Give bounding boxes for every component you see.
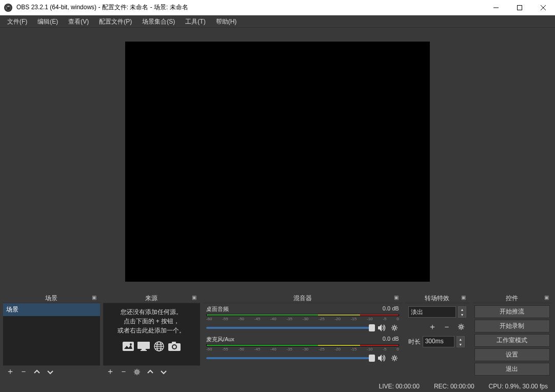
- controls-panel: 控件▣ 开始推流 开始录制 工作室模式 设置 退出: [472, 293, 552, 378]
- menubar: 文件(F) 编辑(E) 查看(V) 配置文件(P) 场景集合(S) 工具(T) …: [0, 15, 555, 28]
- monitor-icon: [137, 340, 150, 352]
- move-down-button[interactable]: [158, 367, 169, 377]
- remove-transition-button[interactable]: －: [442, 322, 452, 332]
- window-title: OBS 23.2.1 (64-bit, windows) - 配置文件: 未命名…: [16, 3, 484, 12]
- status-rec: REC: 00:00:00: [434, 383, 474, 390]
- status-live: LIVE: 00:00:00: [379, 383, 419, 390]
- minimize-button[interactable]: [484, 0, 508, 15]
- menu-scene-collection[interactable]: 场景集合(S): [137, 15, 180, 28]
- svg-rect-8: [142, 349, 146, 350]
- add-transition-button[interactable]: ＋: [427, 322, 438, 332]
- volume-slider[interactable]: [206, 357, 374, 359]
- volume-slider[interactable]: [206, 327, 374, 329]
- audio-meter: [206, 314, 399, 316]
- dock-button[interactable]: ▣: [393, 294, 400, 301]
- svg-rect-5: [123, 342, 134, 351]
- start-streaming-button[interactable]: 开始推流: [474, 305, 550, 318]
- svg-rect-2: [518, 5, 522, 10]
- duration-spinner[interactable]: ▲▼: [457, 336, 465, 347]
- globe-icon: [152, 340, 166, 352]
- speaker-icon[interactable]: [378, 354, 387, 363]
- add-source-button[interactable]: ＋: [105, 367, 115, 377]
- svg-point-20: [460, 326, 462, 328]
- menu-edit[interactable]: 编辑(E): [32, 15, 63, 28]
- menu-profile[interactable]: 配置文件(P): [94, 15, 137, 28]
- menu-help[interactable]: 帮助(H): [211, 15, 242, 28]
- speaker-icon[interactable]: [378, 323, 387, 332]
- start-recording-button[interactable]: 开始录制: [474, 320, 550, 332]
- transitions-panel: 转场特效▣ 淡出 ▲▼ ＋ － 时长 300ms ▲▼: [405, 293, 469, 378]
- duration-input[interactable]: 300ms: [423, 336, 454, 347]
- close-button[interactable]: [531, 0, 555, 15]
- svg-point-17: [135, 370, 138, 373]
- transition-properties-button[interactable]: [456, 322, 466, 332]
- meter-ticks: -60-55-50-45-40-35-30-25-20-15-10-50: [206, 317, 399, 321]
- transitions-header: 转场特效▣: [405, 293, 469, 303]
- studio-mode-button[interactable]: 工作室模式: [474, 334, 550, 347]
- audio-meter: [206, 344, 399, 346]
- menu-tools[interactable]: 工具(T): [180, 15, 210, 28]
- obs-logo-icon: [4, 4, 12, 12]
- exit-button[interactable]: 退出: [474, 363, 550, 376]
- preview-canvas[interactable]: [125, 42, 430, 282]
- sources-empty-text: 您还没有添加任何源。 点击下面的 + 按钮， 或者右击此处添加一个。: [103, 303, 200, 338]
- channel-name: 桌面音频: [206, 305, 229, 313]
- transition-select[interactable]: 淡出: [408, 306, 456, 318]
- mixer-header: 混音器▣: [203, 293, 402, 303]
- gear-icon[interactable]: [390, 323, 399, 332]
- dock-button[interactable]: ▣: [191, 294, 198, 301]
- dock-button[interactable]: ▣: [543, 294, 550, 301]
- menu-file[interactable]: 文件(F): [2, 15, 32, 28]
- channel-level: 0.0 dB: [383, 305, 399, 313]
- sources-header: 来源▣: [103, 293, 200, 303]
- remove-scene-button[interactable]: －: [18, 367, 29, 377]
- move-up-button[interactable]: [145, 367, 155, 377]
- mixer-panel: 混音器▣ 桌面音频0.0 dB -60-55-50-45-40-35-30-25…: [203, 293, 402, 378]
- transition-spinner[interactable]: ▲▼: [458, 306, 466, 318]
- dock-button[interactable]: ▣: [460, 294, 467, 301]
- menu-view[interactable]: 查看(V): [63, 15, 94, 28]
- statusbar: LIVE: 00:00:00 REC: 00:00:00 CPU: 0.9%, …: [0, 381, 555, 392]
- duration-label: 时长: [408, 338, 421, 346]
- source-properties-button[interactable]: [132, 367, 142, 377]
- settings-button[interactable]: 设置: [474, 348, 550, 361]
- gear-icon[interactable]: [390, 354, 399, 363]
- scenes-header: 场景▣: [3, 293, 100, 303]
- svg-rect-9: [141, 350, 147, 351]
- remove-source-button[interactable]: －: [118, 367, 129, 377]
- svg-rect-14: [172, 342, 176, 344]
- image-icon: [122, 340, 135, 352]
- move-down-button[interactable]: [45, 367, 55, 377]
- channel-level: 0.0 dB: [383, 336, 399, 343]
- svg-point-19: [393, 357, 395, 360]
- svg-point-16: [173, 345, 176, 348]
- controls-header: 控件▣: [472, 293, 552, 303]
- svg-rect-7: [137, 342, 150, 349]
- channel-name: 麦克风/Aux: [206, 336, 234, 343]
- svg-point-6: [130, 343, 132, 345]
- sources-panel: 来源▣ 您还没有添加任何源。 点击下面的 + 按钮， 或者右击此处添加一个。 ＋…: [103, 293, 200, 378]
- preview-area: [0, 28, 555, 293]
- dock-button[interactable]: ▣: [91, 294, 98, 301]
- move-up-button[interactable]: [32, 367, 42, 377]
- mixer-channel: 麦克风/Aux0.0 dB -60-55-50-45-40-35-30-25-2…: [206, 336, 399, 363]
- svg-point-18: [393, 327, 395, 329]
- add-scene-button[interactable]: ＋: [5, 367, 15, 377]
- maximize-button[interactable]: [508, 0, 531, 15]
- camera-icon: [168, 340, 181, 352]
- status-cpu: CPU: 0.9%, 30.00 fps: [489, 383, 548, 390]
- titlebar: OBS 23.2.1 (64-bit, windows) - 配置文件: 未命名…: [0, 0, 555, 15]
- mixer-channel: 桌面音频0.0 dB -60-55-50-45-40-35-30-25-20-1…: [206, 305, 399, 332]
- scenes-panel: 场景▣ 场景 ＋ －: [3, 293, 100, 378]
- scene-item[interactable]: 场景: [3, 303, 100, 316]
- meter-ticks: -60-55-50-45-40-35-30-25-20-15-10-50: [206, 347, 399, 351]
